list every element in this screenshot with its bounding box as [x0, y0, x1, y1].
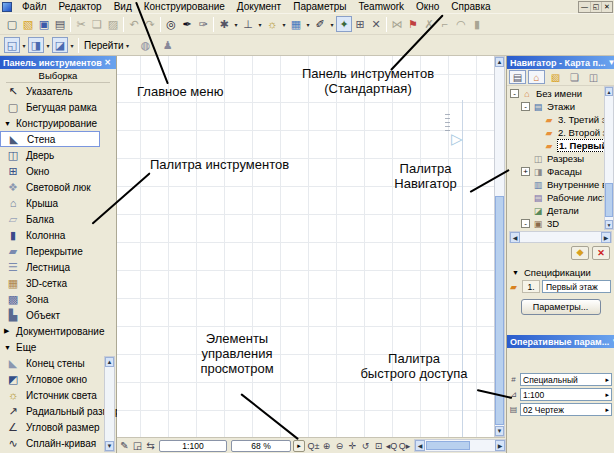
tool-item-object[interactable]: ▙Объект [0, 307, 116, 323]
quick-options-menu-icon[interactable]: ▼ [609, 337, 614, 346]
pen-set-select[interactable]: ▤02 Чертеж▸ [507, 402, 614, 417]
tool-item-wall[interactable]: ◣Стена [0, 131, 100, 147]
horizontal-scroll-thumb[interactable] [426, 441, 470, 450]
orbit-icon[interactable]: ↺ [359, 441, 372, 451]
collapse-icon[interactable]: - [521, 102, 530, 111]
tree-item[interactable]: ▤Рабочие листы [507, 191, 614, 204]
scroll-up-icon[interactable]: ▲ [105, 357, 114, 367]
snap-guides-icon[interactable]: ✦ [336, 16, 352, 32]
tree-item[interactable]: ◫Разрезы [507, 152, 614, 165]
project-map-icon[interactable]: ⌂ [528, 70, 545, 84]
tool-item-angle-dimension[interactable]: ∠Угловой размер [0, 419, 116, 435]
zoom-menu-button[interactable]: ▸ [293, 440, 305, 452]
menu-item-файл[interactable]: Файл [16, 0, 53, 14]
scroll-right-icon[interactable]: ▶ [601, 232, 611, 243]
paste-icon[interactable]: ▨ [105, 16, 121, 32]
pens-dropdown-icon[interactable]: ▾ [328, 21, 336, 28]
pens-icon[interactable]: ✐ [312, 16, 328, 32]
expand-icon[interactable]: + [521, 167, 530, 176]
zoom-intensity-icon[interactable]: Q± [307, 441, 320, 451]
tool-palette-scrollbar[interactable]: ▲ ▼ [104, 356, 115, 452]
delete-item-button[interactable]: ✕ [592, 246, 610, 260]
tool-item-zone[interactable]: ▩Зона [0, 291, 116, 307]
navigator-titlebar[interactable]: Навигатор - Карта п... ▼ ✕ [507, 56, 614, 69]
wall-beam-relation-icon[interactable]: ⊥ [240, 16, 256, 32]
tree-vertical-scrollbar[interactable]: ▲ ▼ [604, 86, 614, 230]
tree-item[interactable]: -▣3D [507, 217, 614, 230]
tool-item-radial-dimension[interactable]: ↗Радиальный размер [0, 403, 116, 419]
edit-mode-icon[interactable]: ✎ [118, 440, 131, 451]
layers-dropdown-icon[interactable]: ▾ [304, 21, 312, 28]
tree-item[interactable]: +◨Фасады [507, 165, 614, 178]
tree-item[interactable]: ▰2. Второй э [507, 126, 614, 139]
selection-criteria-dropdown-icon[interactable]: ▾ [232, 21, 240, 28]
collapse-icon[interactable]: - [521, 219, 530, 228]
navigator-menu-icon[interactable]: ▼ [605, 58, 614, 67]
tool-item-skylight[interactable]: ❖Световой люк [0, 179, 116, 195]
story-name-field[interactable]: Первый этаж [542, 280, 611, 293]
inject-parameters-icon[interactable]: ✑ [195, 16, 211, 32]
layout-book-icon[interactable]: ❏ [566, 70, 583, 84]
cursor-snap-icon[interactable]: ✕ [368, 16, 384, 32]
scroll-up-icon[interactable]: ▲ [495, 57, 504, 67]
canvas-horizontal-scrollbar[interactable]: ◀ ▶ [414, 439, 506, 452]
layout-window-button[interactable]: ◪ [52, 37, 68, 53]
open-file-icon[interactable]: ▧ [20, 16, 36, 32]
floor-plan-window-button[interactable]: ◱ [4, 37, 20, 53]
tool-section-design[interactable]: ▼Конструирование [0, 115, 116, 131]
specifications-header[interactable]: ▼ Спецификации [507, 266, 614, 279]
tool-item-stair[interactable]: ☰Лестница [0, 259, 116, 275]
walk-icon[interactable]: ♟ [160, 37, 176, 53]
cut-icon[interactable]: ✂ [73, 16, 89, 32]
tool-item-corner-window[interactable]: ◩Угловое окно [0, 371, 116, 387]
next-zoom-icon[interactable]: Q▸ [398, 441, 411, 451]
close-button[interactable]: ✕ [601, 2, 612, 12]
tree-horizontal-scrollbar[interactable]: ◀ ▶ [509, 231, 612, 243]
dropdown-value[interactable]: Специальный▸ [520, 373, 612, 386]
project-chooser-icon[interactable]: ▤ [509, 70, 526, 84]
tool-item-pointer[interactable]: ↖Указатель [0, 83, 116, 99]
selection-criteria-icon[interactable]: ✱ [216, 16, 232, 32]
scroll-down-icon[interactable]: ▼ [605, 220, 613, 229]
tool-palette-titlebar[interactable]: Панель инструментов ✕ [0, 56, 116, 69]
quick-view-options-icon[interactable]: ◲ [131, 440, 144, 451]
save-icon[interactable]: ▣ [36, 16, 52, 32]
previous-zoom-icon[interactable]: ◂Q [385, 441, 398, 451]
menu-item-teamwork[interactable]: Teamwork [353, 0, 411, 14]
magic-wand-icon[interactable]: ▮ [469, 16, 485, 32]
new-document-icon[interactable]: ▢ [4, 16, 20, 32]
go-button[interactable]: Перейти ▾ [81, 40, 135, 51]
pickup-parameters-icon[interactable]: ✒ [179, 16, 195, 32]
scroll-right-icon[interactable]: ▶ [495, 440, 505, 451]
scroll-left-icon[interactable]: ◀ [510, 232, 520, 243]
tool-item-window[interactable]: ⊞Окно [0, 163, 116, 179]
trace-reference-icon[interactable]: ⇆ [144, 440, 157, 451]
go-dropdown-icon[interactable]: ▾ [124, 42, 132, 49]
tool-item-mesh[interactable]: ▦3D-сетка [0, 275, 116, 291]
vertical-scroll-thumb[interactable] [495, 196, 504, 425]
menu-item-справка[interactable]: Справка [445, 0, 496, 14]
tree-scroll-thumb[interactable] [605, 183, 613, 217]
section-window-dropdown-icon[interactable]: ▾ [44, 42, 52, 49]
quick-options-titlebar[interactable]: Оперативные парам... ▼ ✕ [507, 335, 614, 348]
tool-item-marquee[interactable]: ▢Бегущая рамка [0, 99, 116, 115]
menu-item-конструирование[interactable]: Конструирование [138, 0, 231, 14]
grid-snap-icon[interactable]: ⊞ [352, 16, 368, 32]
tool-item-spline[interactable]: ∿Сплайн-кривая [0, 435, 116, 451]
zoom-field[interactable]: 68 % [231, 440, 291, 452]
scroll-down-icon[interactable]: ▼ [495, 426, 504, 436]
scroll-up-icon[interactable]: ▲ [605, 87, 613, 96]
restore-button[interactable]: ◱ [590, 2, 601, 12]
add-item-button[interactable]: ❖ [571, 246, 589, 260]
copy-icon[interactable]: ❏ [89, 16, 105, 32]
menu-item-вид[interactable]: Вид [108, 0, 138, 14]
tree-item[interactable]: ▥Внутренние ви [507, 178, 614, 191]
undo-icon[interactable]: ↶ [126, 16, 142, 32]
model-view-options-select[interactable]: #Специальный▸ [507, 372, 614, 387]
arc-icon[interactable]: ◠ [453, 16, 469, 32]
menu-item-окно[interactable]: Окно [410, 0, 445, 14]
scale-field[interactable]: 1:100 [159, 440, 227, 452]
dropdown-value[interactable]: 1:100▸ [520, 388, 612, 401]
publisher-icon[interactable]: ◫ [585, 70, 602, 84]
settings-button[interactable]: Параметры... [521, 299, 601, 315]
